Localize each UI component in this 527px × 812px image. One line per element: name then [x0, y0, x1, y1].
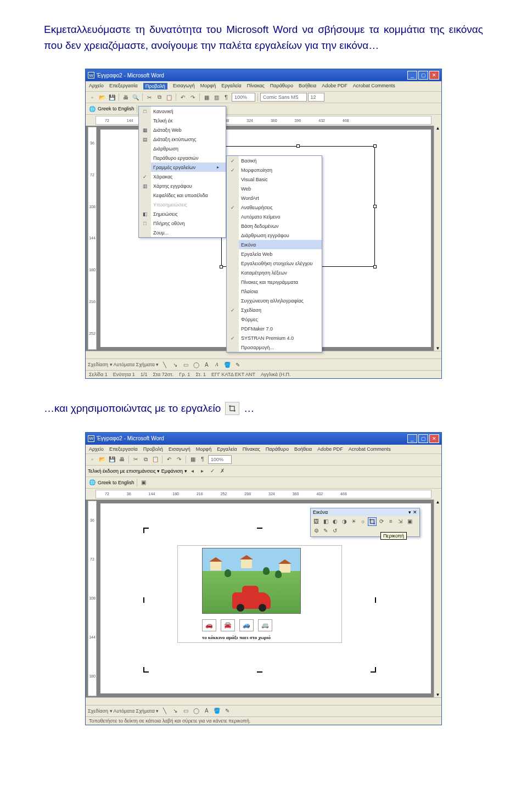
menu-item[interactable]: Ζουμ... [139, 228, 226, 237]
submenu-item[interactable]: PDFMaker 7.0 [227, 324, 322, 333]
submenu-item[interactable]: Πλαίσια [227, 287, 322, 296]
print-icon[interactable]: 🖶 [117, 455, 126, 464]
cut-icon[interactable]: ✂ [131, 455, 140, 464]
submenu-item[interactable]: Web [227, 184, 322, 193]
accept-icon[interactable]: ✓ [208, 467, 217, 475]
rotate-icon[interactable]: ⟳ [377, 517, 386, 526]
submenu-item[interactable]: Προσαρμογή... [227, 343, 322, 352]
line-color-icon[interactable]: ✎ [223, 707, 232, 715]
translate-button[interactable]: Greek to English [98, 480, 134, 485]
menu-item[interactable]: ▥Χάρτης εγγράφου [139, 181, 226, 191]
rect-icon[interactable]: ▭ [181, 707, 190, 715]
submenu-item[interactable]: Εργαλειοθήκη στοιχείων ελέγχου [227, 259, 322, 268]
new-doc-icon[interactable]: ▫ [88, 455, 97, 464]
font-field[interactable]: Comic Sans MS [260, 93, 307, 102]
save-icon[interactable]: 💾 [108, 93, 116, 102]
crop-tool-button[interactable] [368, 517, 377, 526]
menu-item[interactable]: ▦Διάταξη Web [139, 125, 226, 135]
columns-icon[interactable]: ▥ [212, 93, 221, 102]
line-style-icon[interactable]: ≡ [386, 517, 395, 526]
color-mode-icon[interactable]: ◧ [321, 517, 330, 526]
undo-icon[interactable]: ↶ [178, 93, 187, 102]
menu-item[interactable]: ▤Διάταξη εκτύπωσης [139, 135, 226, 144]
reviewing-toolbar[interactable]: Τελική έκδοση με επισημάνσεις ▾ Εμφάνιση… [86, 466, 441, 477]
table-icon[interactable]: ▦ [188, 455, 197, 464]
standard-toolbar[interactable]: ▫ 📂 💾 🖶 🔍 ✂ ⧉ 📋 ↶ ↷ ▦ ▥ ¶ 100% Comic San… [86, 92, 441, 103]
crop-handle[interactable] [143, 667, 149, 673]
arrow-icon[interactable]: ↘ [171, 360, 180, 369]
menu-adobe-pdf[interactable]: Adobe PDF [322, 83, 347, 89]
globe-icon[interactable]: 🌐 [88, 478, 97, 487]
oval-icon[interactable]: ◯ [192, 707, 200, 715]
menu-help[interactable]: Βοήθεια [299, 83, 316, 89]
reset-picture-icon[interactable]: ↺ [330, 527, 339, 535]
submenu-item[interactable]: WordArt [227, 193, 322, 203]
oval-icon[interactable]: ◯ [192, 360, 200, 369]
submenu-item[interactable]: ✓Βασική [227, 156, 322, 165]
format-picture-icon[interactable]: ⚙ [312, 527, 321, 535]
crop-handle[interactable] [257, 528, 262, 533]
submenu-item[interactable]: Visual Basic [227, 175, 322, 184]
reject-icon[interactable]: ✗ [218, 467, 227, 475]
translation-toolbar[interactable]: 🌐 Greek to English ▣ [86, 477, 441, 489]
vertical-scrollbar[interactable]: ▲▼ [434, 126, 441, 351]
zoom-field[interactable]: 100% [208, 455, 232, 464]
menu-insert[interactable]: Εισαγωγή [169, 446, 190, 452]
menu-table[interactable]: Πίνακας [243, 446, 260, 452]
submenu-item[interactable]: Βάση δεδομένων [227, 221, 322, 231]
submenu-item[interactable]: Αυτόματο Κείμενο [227, 212, 322, 221]
paragraph-icon[interactable]: ¶ [222, 93, 231, 102]
menu-window[interactable]: Παράθυρο [270, 83, 293, 89]
draw-menu-button[interactable]: Σχεδίαση ▾ Αυτόματα Σχήματα ▾ [88, 708, 159, 714]
resize-handle[interactable] [220, 265, 223, 268]
menu-tools[interactable]: Εργαλεία [221, 83, 242, 89]
draw-menu-button[interactable]: Σχεδίαση ▾ Αυτόματα Σχήματα ▾ [88, 362, 159, 367]
toolbars-submenu[interactable]: ✓Βασική✓ΜορφοποίησηVisual BasicWebWordAr… [226, 155, 322, 352]
menu-acrobat-comments[interactable]: Acrobat Comments [349, 446, 391, 452]
globe-icon[interactable]: 🌐 [88, 104, 97, 113]
menu-file[interactable]: Αρχείο [89, 83, 104, 89]
print-icon[interactable]: 🖶 [121, 93, 130, 102]
crop-handle[interactable] [143, 597, 149, 603]
copy-icon[interactable]: ⧉ [141, 455, 150, 464]
crop-handle[interactable] [257, 667, 262, 673]
menu-format[interactable]: Μορφή [200, 83, 216, 89]
submenu-item[interactable]: Εργαλεία Web [227, 249, 322, 259]
menu-view[interactable]: Προβολή [143, 446, 163, 452]
resize-handle[interactable] [373, 144, 377, 148]
compress-icon[interactable]: ⇲ [396, 517, 405, 526]
close-button[interactable]: ✕ [429, 71, 439, 80]
vertical-scrollbar[interactable]: ▲▼ [434, 500, 441, 697]
rect-icon[interactable]: ▭ [181, 360, 190, 369]
resize-handle[interactable] [296, 144, 300, 148]
menu-item[interactable]: Τελική έκ [139, 116, 226, 125]
misc-icon[interactable]: ▣ [139, 478, 148, 487]
menu-acrobat-comments[interactable]: Acrobat Comments [353, 83, 395, 89]
redo-icon[interactable]: ↷ [188, 93, 197, 102]
transparent-color-icon[interactable]: ✎ [321, 527, 330, 535]
menu-view[interactable]: Προβολή [143, 83, 167, 89]
submenu-item[interactable]: ✓Μορφοποίηση [227, 165, 322, 175]
copy-icon[interactable]: ⧉ [155, 93, 164, 102]
menu-item[interactable]: Γραμμές εργαλείων▸ [139, 163, 226, 172]
wrap-text-icon[interactable]: ▣ [405, 517, 414, 526]
minimize-button[interactable]: _ [407, 434, 417, 443]
crop-handle[interactable] [143, 528, 149, 533]
horizontal-scrollbar[interactable] [86, 697, 441, 705]
menu-insert[interactable]: Εισαγωγή [173, 83, 195, 89]
maximize-button[interactable]: ▢ [418, 434, 428, 443]
textbox-icon[interactable]: A [202, 707, 211, 715]
menu-item[interactable]: Υποσημειώσεις [139, 200, 226, 209]
fill-color-icon[interactable]: 🪣 [223, 360, 232, 369]
menubar[interactable]: Αρχείο Επεξεργασία Προβολή Εισαγωγή Μορφ… [86, 81, 441, 92]
menu-item[interactable]: Κεφαλίδες και υποσέλιδα [139, 191, 226, 200]
zoom-field[interactable]: 100% [232, 93, 255, 102]
open-icon[interactable]: 📂 [98, 455, 106, 464]
crop-handle[interactable] [371, 597, 376, 603]
translate-button[interactable]: Greek to English [98, 106, 134, 111]
open-icon[interactable]: 📂 [98, 93, 106, 102]
insert-picture-icon[interactable]: 🖼 [312, 517, 321, 526]
menu-item[interactable]: Διάρθρωση [139, 144, 226, 153]
submenu-item[interactable]: Εικόνα [227, 240, 322, 249]
paste-icon[interactable]: 📋 [151, 455, 160, 464]
